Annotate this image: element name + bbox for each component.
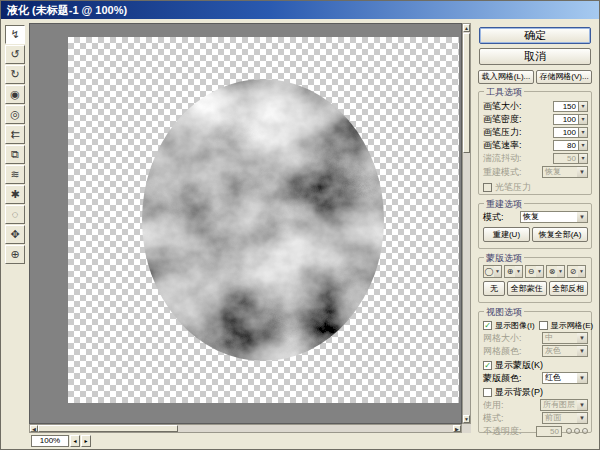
preview-backdrop xyxy=(29,23,462,424)
show-mask-checkbox[interactable]: ✓ xyxy=(483,361,492,370)
turbulent-jitter-row: 湍流抖动: 50 ▾ xyxy=(483,152,588,164)
brush-rate-input[interactable]: 80 xyxy=(553,140,579,151)
mask-all-button[interactable]: 全部蒙住 xyxy=(507,281,547,296)
show-mesh-checkbox[interactable] xyxy=(539,321,548,330)
reconstruct-tool-icon[interactable]: ↺ xyxy=(5,45,25,64)
brush-pressure-row: 画笔压力: 100 ▾ xyxy=(483,126,588,138)
opacity-slider-knobs[interactable] xyxy=(566,428,588,434)
chevron-down-icon[interactable]: ▼ xyxy=(515,266,522,277)
backdrop-mode-value: 前面 xyxy=(543,413,577,423)
show-backdrop-checkbox[interactable] xyxy=(483,388,492,397)
reconstruct-mode-select-row: 模式: 恢复 ▼ xyxy=(483,211,588,223)
chevron-down-icon[interactable]: ▼ xyxy=(536,266,543,277)
backdrop-mode-label: 模式: xyxy=(483,412,504,425)
view-options-title: 视图选项 xyxy=(484,306,524,319)
zoom-tool-icon[interactable]: ⊕ xyxy=(5,245,25,264)
invert-all-button[interactable]: 全部反相 xyxy=(549,281,589,296)
subtract-from-selection-icon[interactable]: ⊖▼ xyxy=(525,265,544,278)
chevron-down-icon[interactable]: ▼ xyxy=(557,266,564,277)
slider-knob-icon[interactable] xyxy=(566,428,572,434)
slider-knob-icon[interactable] xyxy=(574,428,580,434)
opacity-row: 不透明度: 50 xyxy=(483,425,588,437)
intersect-selection-icon[interactable]: ⊗▼ xyxy=(546,265,565,278)
zoom-level-field[interactable]: 100% xyxy=(31,435,69,447)
add-to-selection-icon[interactable]: ⊕▼ xyxy=(504,265,523,278)
dialog-title: 液化 (未标题-1 @ 100%) xyxy=(7,4,127,16)
zoom-out-icon[interactable]: ◂ xyxy=(70,435,80,447)
brush-density-spinner-icon[interactable]: ▾ xyxy=(579,114,588,125)
scroll-down-icon[interactable]: ▼ xyxy=(463,415,470,423)
invert-selection-icon[interactable]: ⊘▼ xyxy=(567,265,586,278)
push-left-tool-icon[interactable]: ⇇ xyxy=(5,125,25,144)
intersect-selection-icon: ⊗ xyxy=(547,266,557,277)
forward-warp-tool-icon[interactable]: ↯ xyxy=(5,25,25,44)
tool-options-title: 工具选项 xyxy=(484,86,524,99)
bloat-tool-icon[interactable]: ◎ xyxy=(5,105,25,124)
pucker-tool-icon[interactable]: ◉ xyxy=(5,85,25,104)
scroll-left-icon[interactable]: ◀ xyxy=(30,425,38,432)
reconstruct-mode-select-value: 恢复 xyxy=(521,212,577,222)
mesh-color-row: 网格颜色: 灰色 ▼ xyxy=(483,345,588,357)
vertical-scrollbar[interactable]: ▲ ▼ xyxy=(462,23,471,424)
mask-none-button[interactable]: 无 xyxy=(483,281,505,296)
twirl-clockwise-tool-icon[interactable]: ↻ xyxy=(5,65,25,84)
scroll-up-icon[interactable]: ▲ xyxy=(463,24,470,32)
brush-size-label: 画笔大小: xyxy=(483,100,522,113)
cancel-button[interactable]: 取消 xyxy=(479,48,591,65)
brush-pressure-spinner-icon[interactable]: ▾ xyxy=(579,127,588,138)
horizontal-scrollbar[interactable]: ◀ ▶ xyxy=(29,424,462,433)
zoom-status-row: 100% ◂ ▸ xyxy=(29,435,462,448)
mirror-tool-icon[interactable]: ⧉ xyxy=(5,145,25,164)
replace-selection-icon[interactable]: ◯▼ xyxy=(483,265,502,278)
chevron-down-icon[interactable]: ▼ xyxy=(494,266,501,277)
mesh-color-value: 灰色 xyxy=(543,346,577,356)
document-canvas[interactable] xyxy=(68,37,459,403)
thaw-mask-tool-icon[interactable]: ◌ xyxy=(5,205,25,224)
brush-size-spinner-icon[interactable]: ▾ xyxy=(579,101,588,112)
mask-color-label: 蒙版颜色: xyxy=(483,372,522,385)
mesh-size-value: 中 xyxy=(543,333,577,343)
canvas-area: ▲ ▼ ◀ ▶ 100% ◂ ▸ xyxy=(29,23,471,447)
chevron-down-icon: ▼ xyxy=(577,413,587,423)
brush-rate-label: 画笔速率: xyxy=(483,139,522,152)
restore-all-button[interactable]: 恢复全部(A) xyxy=(532,227,588,242)
hand-tool-icon[interactable]: ✥ xyxy=(5,225,25,244)
liquify-dialog: 液化 (未标题-1 @ 100%) ↯↺↻◉◎⇇⧉≋✱◌✥⊕ xyxy=(0,0,600,450)
show-mesh-label: 显示网格(E) xyxy=(551,320,594,331)
turbulence-tool-icon[interactable]: ≋ xyxy=(5,165,25,184)
brush-size-input[interactable]: 150 xyxy=(553,101,579,112)
show-backdrop-row: 显示背景(P) xyxy=(483,386,588,398)
use-row: 使用: 所有图层 ▼ xyxy=(483,399,588,411)
mesh-size-label: 网格大小: xyxy=(483,332,522,345)
reconstruct-button[interactable]: 重建(U) xyxy=(483,227,530,242)
stylus-pressure-checkbox xyxy=(483,183,492,192)
vertical-scroll-thumb[interactable] xyxy=(463,33,470,153)
brush-pressure-label: 画笔压力: xyxy=(483,126,522,139)
zoom-in-icon[interactable]: ▸ xyxy=(81,435,91,447)
mask-color-value: 红色 xyxy=(543,373,577,383)
chevron-down-icon[interactable]: ▼ xyxy=(578,266,585,277)
reconstruct-mode-select[interactable]: 恢复 ▼ xyxy=(520,211,588,223)
mesh-size-row: 网格大小: 中 ▼ xyxy=(483,332,588,344)
horizontal-scroll-thumb[interactable] xyxy=(38,425,178,432)
scrollbar-corner xyxy=(462,424,471,433)
reconstruct-options-group: 重建选项 模式: 恢复 ▼ 重建(U) 恢复全部(A) xyxy=(478,203,592,249)
load-mesh-button[interactable]: 载入网格(L)... xyxy=(478,70,534,84)
show-image-checkbox[interactable]: ✓ xyxy=(483,321,492,330)
replace-selection-icon: ◯ xyxy=(484,266,494,277)
brush-rate-spinner-icon[interactable]: ▾ xyxy=(579,140,588,151)
save-mesh-button[interactable]: 存储网格(V)... xyxy=(536,70,592,84)
scroll-right-icon[interactable]: ▶ xyxy=(453,425,461,432)
slider-knob-icon[interactable] xyxy=(582,428,588,434)
brush-density-input[interactable]: 100 xyxy=(553,114,579,125)
mask-color-dropdown[interactable]: 红色 ▼ xyxy=(542,372,588,384)
freeze-mask-tool-icon[interactable]: ✱ xyxy=(5,185,25,204)
chevron-down-icon[interactable]: ▼ xyxy=(577,373,587,383)
chevron-down-icon[interactable]: ▼ xyxy=(577,212,587,222)
invert-selection-icon: ⊘ xyxy=(568,266,578,277)
brush-pressure-input[interactable]: 100 xyxy=(553,127,579,138)
brush-size-row: 画笔大小: 150 ▾ xyxy=(483,100,588,112)
ok-button[interactable]: 确定 xyxy=(479,27,591,44)
dialog-titlebar[interactable]: 液化 (未标题-1 @ 100%) xyxy=(1,1,599,19)
mode-label: 模式: xyxy=(483,211,504,224)
